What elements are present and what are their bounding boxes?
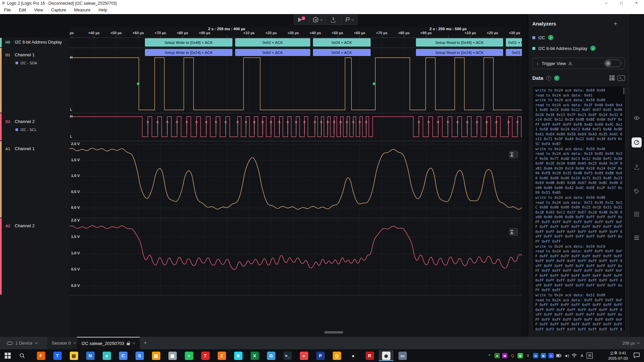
- taskbar-app-logic2-app[interactable]: ◉: [379, 350, 393, 361]
- menu-item-file[interactable]: File: [0, 6, 15, 14]
- chrome-icon: C: [119, 352, 127, 360]
- tray-usb-icon[interactable]: ⇪: [525, 353, 531, 359]
- new-tab-button[interactable]: +: [144, 340, 147, 346]
- taskbar-app-folder-app[interactable]: ▤: [149, 350, 163, 361]
- tab-i2c-saleae[interactable]: I2C saleae_20250703 ×: [77, 337, 140, 349]
- taskbar-app-excel[interactable]: X: [247, 350, 262, 361]
- table-view-icon[interactable]: [609, 75, 614, 80]
- digital-level-label: H: [70, 56, 72, 59]
- measurements-icon[interactable]: 3: [632, 162, 642, 172]
- tray-battery-icon[interactable]: [556, 353, 562, 359]
- device-selector[interactable]: 1 Device: [7, 337, 37, 349]
- voltage-gridline: [69, 237, 522, 237]
- terminal-view-icon[interactable]: >_: [618, 75, 625, 81]
- notification-icon[interactable]: [633, 352, 640, 360]
- taskbar-app-green-tool[interactable]: +: [181, 350, 196, 361]
- taskbar-app-globe-app[interactable]: G: [264, 350, 278, 361]
- taskbar-app-firefox[interactable]: F: [34, 350, 48, 361]
- close-button[interactable]: ×: [629, 0, 644, 6]
- data-scrollbar[interactable]: [623, 87, 625, 94]
- menu-item-view[interactable]: View: [30, 6, 47, 14]
- i2c-8bit-frame-bubble[interactable]: 0x01 + N: [506, 38, 522, 47]
- taskbar-app-black-dot-app[interactable]: ●: [346, 350, 361, 361]
- tray-antivirus-icon[interactable]: A: [494, 353, 500, 359]
- minimize-button[interactable]: –: [599, 0, 614, 6]
- taskbar-app-search-tool[interactable]: Q: [329, 350, 344, 361]
- tray-tray-expand-icon[interactable]: ^: [486, 353, 492, 359]
- analyzers-panel-icon[interactable]: [632, 137, 642, 147]
- taskbar-clock[interactable]: 오후 3:41 2025-07-03: [608, 350, 628, 361]
- voltage-gridline: [69, 192, 522, 192]
- horizontal-scrollbar[interactable]: [324, 331, 343, 334]
- menu-item-measure[interactable]: Measure: [70, 6, 95, 14]
- channel-row-h0[interactable]: H0 I2C 8-bit Address Display: [0, 38, 69, 48]
- data-log-panel[interactable]: write to 0x24 ack data: 0x60 0x04 read t…: [532, 86, 626, 331]
- tray-bluetooth-icon[interactable]: B: [540, 353, 546, 359]
- tab-session-0[interactable]: Session 0 ×: [47, 337, 81, 349]
- menu-item-edit[interactable]: Edit: [15, 6, 30, 14]
- taskbar-app-edge[interactable]: e: [99, 350, 114, 361]
- windows-logo-icon: [5, 353, 11, 359]
- i2c-8bit-frame-bubble[interactable]: Setup Read to [0x49] + ACK: [416, 38, 503, 47]
- taskbar-app-navy-app[interactable]: P: [313, 350, 328, 361]
- taskbar-app-mail-app[interactable]: T: [50, 350, 65, 361]
- taskbar-app-freeze-app[interactable]: ✻: [231, 350, 246, 361]
- trigger-view-toggle[interactable]: ✕: [604, 60, 621, 67]
- i2c-8bit-frame-bubble[interactable]: 0x60 + ACK: [235, 38, 310, 47]
- ruler-tick-label: +50 µs: [110, 31, 122, 35]
- timeline-ruler[interactable]: µs+40 µs+50 µs+60 µs+70 µs+80 µs+90 µs+1…: [69, 27, 522, 38]
- taskbar-app-save-app[interactable]: S: [132, 350, 147, 361]
- analog-measure-button-ch2[interactable]: [509, 228, 518, 236]
- tray-ime-ko-icon[interactable]: 한: [587, 353, 593, 359]
- tray-search-tray-icon[interactable]: Q: [509, 353, 516, 359]
- maximize-button[interactable]: □: [614, 0, 629, 6]
- channel-row-a1[interactable]: A1 Channel 1: [0, 141, 69, 218]
- taskbar-app-red-book-app[interactable]: R: [362, 350, 377, 361]
- taskbar-app-zip-app[interactable]: Z: [214, 350, 229, 361]
- menu-item-help[interactable]: Help: [95, 6, 111, 14]
- tray-utility-icon[interactable]: M: [502, 353, 508, 359]
- trigger-view-row[interactable]: › Trigger View ⚠ ✕: [532, 58, 625, 69]
- tray-ime-a-icon[interactable]: A: [579, 353, 585, 359]
- taskbar-app-red-dot-app[interactable]: ●: [297, 350, 311, 361]
- channel-name: Channel 1: [15, 52, 35, 57]
- taskbar-app-terminal[interactable]: >_: [280, 350, 295, 361]
- taskbar-app-monitor-app[interactable]: ▭: [395, 350, 410, 361]
- close-tab-icon[interactable]: ×: [73, 341, 76, 346]
- measurements-button[interactable]: 3: [325, 15, 341, 24]
- taskbar-app-photos[interactable]: ▦: [165, 350, 180, 361]
- i2c-8bit-frame-bubble[interactable]: 0x04 + ACK: [313, 38, 371, 47]
- i2c-8bit-frame-bubble[interactable]: Setup Write to [0x48] + ACK: [145, 38, 232, 47]
- taskbar-app-file-explorer[interactable]: ▤: [66, 350, 81, 361]
- tray-outlook-icon[interactable]: O: [533, 353, 539, 359]
- channel-row-d1[interactable]: D1 Channel 1 I2C - SDA: [0, 48, 69, 113]
- add-analyzer-button[interactable]: +: [613, 20, 618, 28]
- channel-row-d2[interactable]: D2 Channel 2 I2C - SCL: [0, 113, 69, 141]
- notes-list-icon[interactable]: [632, 233, 642, 243]
- start-capture-button[interactable]: [294, 15, 309, 24]
- start-button[interactable]: [0, 349, 15, 362]
- digital-level-label: H: [70, 115, 72, 118]
- device-selector-button[interactable]: 16: [309, 15, 325, 24]
- close-tab-icon[interactable]: ×: [132, 341, 135, 346]
- tray-volume-icon[interactable]: ◄): [564, 353, 570, 359]
- tray-gpu-icon[interactable]: N: [517, 353, 523, 359]
- tray-defender-icon[interactable]: ✓: [548, 353, 554, 359]
- taskbar-search-button[interactable]: [15, 349, 29, 362]
- capture-mode-button[interactable]: [341, 15, 357, 24]
- bookmark-tag-icon[interactable]: [632, 186, 642, 196]
- help-icon[interactable]: ?: [546, 76, 551, 80]
- analog-measure-button-ch1[interactable]: [509, 151, 518, 158]
- zoom-level[interactable]: 208 µs: [622, 337, 639, 349]
- analyzer-item-i2c[interactable]: I2C ✓: [532, 35, 553, 40]
- channel-row-a2[interactable]: A2 Channel 2: [0, 218, 69, 295]
- tray-wifi-icon[interactable]: [571, 353, 577, 359]
- taskbar-app-red-t-app[interactable]: T: [198, 350, 213, 361]
- taskbar-app-blue-app[interactable]: N: [83, 350, 98, 361]
- waveform-area[interactable]: Setup Write to [0x48] + ACK0x60 + ACK0x0…: [69, 38, 522, 337]
- menu-item-capture[interactable]: Capture: [47, 6, 70, 14]
- analyzer-item-i2c-8bit[interactable]: I2C 8-bit Address Display ✓: [532, 46, 596, 51]
- taskbar-app-chrome[interactable]: C: [116, 350, 130, 361]
- extensions-grid-icon[interactable]: [632, 209, 642, 219]
- eye-icon[interactable]: [632, 113, 642, 123]
